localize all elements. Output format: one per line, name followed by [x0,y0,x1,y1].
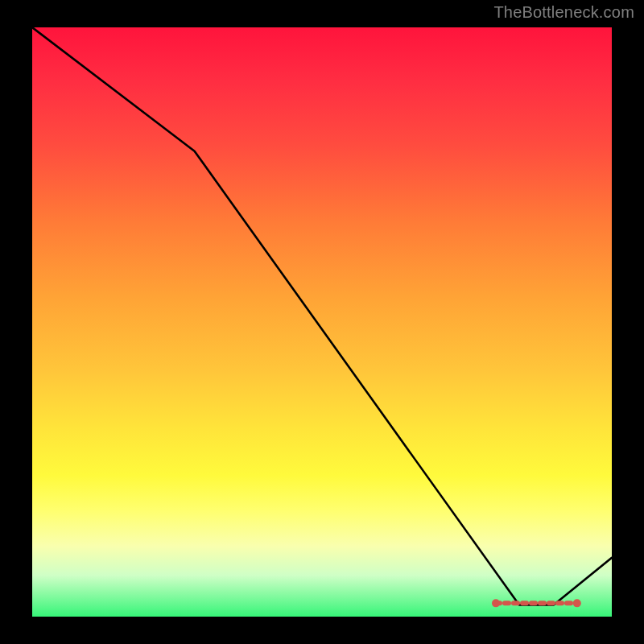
chart-frame: TheBottleneck.com [0,0,644,644]
optimal-band-marker-start [492,599,500,607]
chart-svg [32,27,612,617]
bottleneck-curve [32,27,612,605]
optimal-band-marker-end [573,599,581,607]
attribution-label: TheBottleneck.com [493,3,634,22]
plot-area [32,27,612,617]
